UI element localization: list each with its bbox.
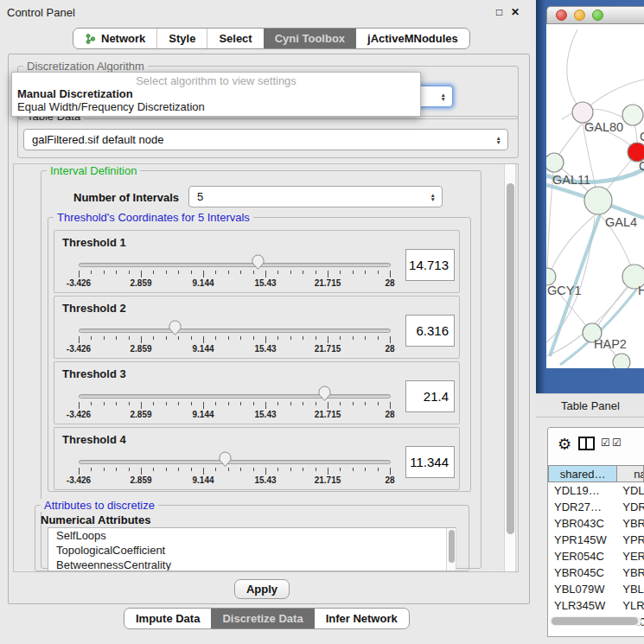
table-row[interactable]: YBL079WYBL0 [548,581,644,597]
threshold-value-field[interactable]: 14.713 [405,249,455,281]
slider-thumb[interactable] [251,253,265,271]
cell-shared-name[interactable]: YER054C [548,548,617,564]
threshold-value-field[interactable]: 6.316 [405,315,455,347]
slider-tick [378,336,379,340]
slider-tick [215,468,216,471]
network-node[interactable] [546,153,564,172]
cell-name[interactable]: YBR0 [617,515,644,532]
network-node[interactable] [613,354,630,368]
threshold-label: Threshold 2 [62,302,126,315]
tick-label: 28 [385,278,394,288]
cell-shared-name[interactable]: YBR043C [548,515,617,532]
slider-tick [303,336,303,340]
apply-button[interactable]: Apply [234,579,290,599]
slider-tick [265,468,266,475]
column-header-shared[interactable]: shared… [548,465,617,482]
slider-track[interactable] [79,328,391,333]
slider-thumb[interactable] [317,385,332,402]
threshold-label: Threshold 3 [62,367,126,380]
scrollbar-thumb[interactable] [449,530,455,563]
slider-tick [116,271,117,274]
dropdown-option-manual[interactable]: Manual Discretization [12,87,420,100]
panel-title: Control Panel [7,6,75,19]
network-node[interactable] [546,268,556,285]
checkbox-icon[interactable]: ☑ [601,437,610,449]
tab-style[interactable]: Style [156,29,207,48]
cell-shared-name[interactable]: YDR27… [548,499,617,515]
cell-shared-name[interactable]: YPR145W [548,532,617,548]
list-item[interactable]: TopologicalCoefficient [48,543,456,558]
vertical-scrollbar[interactable] [504,164,516,571]
cell-name[interactable]: YBR0 [617,564,644,581]
dropdown-hint-item[interactable]: Select algorithm to view settings [12,74,420,87]
cell-shared-name[interactable]: YBR045C [548,564,617,581]
checkbox-icon[interactable]: ☑ [612,437,622,449]
slider-track[interactable] [79,394,391,399]
table-data-combo[interactable]: galFiltered.sif default node ▲▼ [23,129,508,150]
network-node[interactable] [584,187,612,214]
tab-cyni-toolbox[interactable]: Cyni Toolbox [264,29,356,48]
horizontal-scrollbar[interactable] [550,616,641,626]
scrollbar-thumb[interactable] [552,617,638,625]
list-item[interactable]: BetweennessCentrality [48,558,456,571]
table-row[interactable]: YER054CYER0 [548,548,644,564]
slider-tick [166,336,167,340]
list-item[interactable]: SelfLoops [48,528,456,543]
cell-shared-name[interactable]: YDL19… [548,482,617,499]
close-traffic-light[interactable] [556,10,567,21]
threshold-value-field[interactable]: 11.344 [405,446,455,478]
slider-thumb[interactable] [168,319,182,336]
split-columns-icon[interactable] [578,437,595,450]
network-node[interactable] [622,105,643,125]
cell-shared-name[interactable]: YLR345W [548,597,617,614]
cell-shared-name[interactable]: YBL079W [548,581,617,597]
tab-select[interactable]: Select [207,29,263,48]
gear-icon[interactable]: ⚙ [558,435,571,454]
tick-label: -3.426 [67,410,91,419]
network-window-titlebar[interactable] [546,6,644,24]
slider-tick [303,271,303,274]
cell-name[interactable]: YLR3 [617,597,644,614]
zoom-traffic-light[interactable] [592,10,603,21]
top-tab-bar: NetworkStyleSelectCyni ToolboxjActiveMNo… [73,28,470,49]
table-row[interactable]: YDL19…YDL1 [548,482,644,499]
slider-tick [104,271,105,274]
group-title: Threshold's Coordinates for 5 Intervals [54,211,253,224]
table-row[interactable]: YLR345WYLR3 [548,597,644,614]
minimize-traffic-light[interactable] [574,10,585,21]
table-row[interactable]: YBR043CYBR0 [548,515,644,532]
table-row[interactable]: YBR045CYBR0 [548,564,644,581]
threshold-value-field[interactable]: 21.4 [405,380,455,412]
slider-tick [153,402,154,405]
cell-name[interactable]: YPR1 [617,532,644,548]
tick-label: 2.859 [130,278,151,288]
column-header-name[interactable]: name [617,465,644,482]
slider-track[interactable] [79,263,391,267]
float-window-icon[interactable]: □ [496,6,502,18]
slider-tick [240,271,241,274]
slider-tick [203,468,204,475]
table-row[interactable]: YDR27…YDR2 [548,499,644,515]
tab-impute-data[interactable]: Impute Data [124,609,211,628]
table-row[interactable]: YPR145WYPR1 [548,532,644,548]
cell-name[interactable]: YBL0 [617,581,644,597]
slider-tick [378,271,379,274]
numerical-attributes-list[interactable]: SelfLoopsTopologicalCoefficientBetweenne… [48,527,456,571]
cell-name[interactable]: YER0 [617,548,644,564]
slider-tick [290,271,291,274]
num-intervals-combo[interactable]: 5 ▲▼ [188,186,443,207]
cell-name[interactable]: YDR2 [617,499,644,515]
tab-discretize-data[interactable]: Discretize Data [211,609,314,628]
slider-thumb[interactable] [218,450,233,468]
tab-network[interactable]: Network [73,29,156,48]
list-scrollbar[interactable] [446,528,456,571]
tab-jactivemnodules[interactable]: jActiveMNodules [356,29,469,48]
slider-tick [166,468,167,471]
cell-name[interactable]: YDL1 [617,482,644,499]
close-icon[interactable]: ✕ [511,6,520,18]
slider-track[interactable] [79,460,391,464]
scrollbar-thumb[interactable] [507,183,514,534]
network-canvas[interactable]: GAL80GACGAL11GAL4GCY1HHAP2 [546,24,644,368]
tab-infer-network[interactable]: Infer Network [315,609,409,628]
dropdown-option-equal-width[interactable]: Equal Width/Frequency Discretization [12,100,420,113]
